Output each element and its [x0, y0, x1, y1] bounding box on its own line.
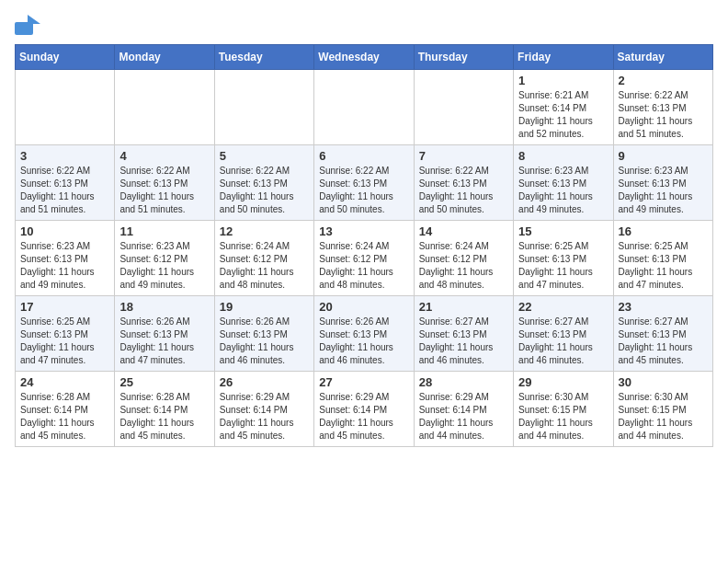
- day-info: Sunrise: 6:30 AM Sunset: 6:15 PM Dayligh…: [619, 391, 708, 442]
- day-number: 7: [419, 149, 508, 163]
- day-number: 28: [419, 375, 508, 389]
- day-cell: 20Sunrise: 6:26 AM Sunset: 6:13 PM Dayli…: [314, 296, 414, 372]
- col-header-friday: Friday: [514, 45, 613, 70]
- day-info: Sunrise: 6:25 AM Sunset: 6:13 PM Dayligh…: [619, 240, 708, 292]
- day-info: Sunrise: 6:29 AM Sunset: 6:14 PM Dayligh…: [220, 391, 309, 442]
- week-row-4: 17Sunrise: 6:25 AM Sunset: 6:13 PM Dayli…: [16, 296, 713, 372]
- day-number: 4: [119, 149, 209, 163]
- day-number: 19: [220, 300, 309, 314]
- week-row-3: 10Sunrise: 6:23 AM Sunset: 6:13 PM Dayli…: [16, 221, 713, 296]
- day-number: 26: [220, 375, 309, 389]
- day-cell: 29Sunrise: 6:30 AM Sunset: 6:15 PM Dayli…: [514, 372, 613, 447]
- day-cell: 22Sunrise: 6:27 AM Sunset: 6:13 PM Dayli…: [514, 296, 613, 372]
- day-cell: 15Sunrise: 6:25 AM Sunset: 6:13 PM Dayli…: [514, 221, 613, 296]
- day-number: 29: [518, 375, 608, 389]
- day-cell: 14Sunrise: 6:24 AM Sunset: 6:12 PM Dayli…: [414, 221, 513, 296]
- day-info: Sunrise: 6:29 AM Sunset: 6:14 PM Dayligh…: [319, 391, 408, 442]
- day-info: Sunrise: 6:25 AM Sunset: 6:13 PM Dayligh…: [518, 240, 608, 292]
- day-cell: 6Sunrise: 6:22 AM Sunset: 6:13 PM Daylig…: [314, 145, 414, 221]
- day-number: 22: [518, 300, 608, 314]
- day-number: 9: [619, 149, 708, 163]
- day-cell: 17Sunrise: 6:25 AM Sunset: 6:13 PM Dayli…: [16, 296, 115, 372]
- week-row-5: 24Sunrise: 6:28 AM Sunset: 6:14 PM Dayli…: [16, 372, 713, 447]
- day-info: Sunrise: 6:29 AM Sunset: 6:14 PM Dayligh…: [419, 391, 508, 442]
- col-header-thursday: Thursday: [414, 45, 513, 70]
- week-row-2: 3Sunrise: 6:22 AM Sunset: 6:13 PM Daylig…: [16, 145, 713, 221]
- col-header-sunday: Sunday: [16, 45, 115, 70]
- day-cell: 16Sunrise: 6:25 AM Sunset: 6:13 PM Dayli…: [613, 221, 712, 296]
- day-info: Sunrise: 6:21 AM Sunset: 6:14 PM Dayligh…: [518, 89, 608, 141]
- day-cell: 25Sunrise: 6:28 AM Sunset: 6:14 PM Dayli…: [115, 372, 214, 447]
- day-info: Sunrise: 6:26 AM Sunset: 6:13 PM Dayligh…: [220, 316, 309, 367]
- logo: [15, 15, 44, 35]
- col-header-monday: Monday: [115, 45, 214, 70]
- day-number: 1: [518, 74, 608, 87]
- day-cell: 5Sunrise: 6:22 AM Sunset: 6:13 PM Daylig…: [214, 145, 313, 221]
- day-number: 13: [319, 224, 408, 238]
- day-number: 11: [119, 224, 209, 238]
- day-info: Sunrise: 6:23 AM Sunset: 6:13 PM Dayligh…: [20, 240, 109, 292]
- day-info: Sunrise: 6:23 AM Sunset: 6:13 PM Dayligh…: [619, 165, 708, 216]
- day-cell: 2Sunrise: 6:22 AM Sunset: 6:13 PM Daylig…: [613, 70, 712, 145]
- day-cell: [214, 70, 313, 145]
- day-cell: 13Sunrise: 6:24 AM Sunset: 6:12 PM Dayli…: [314, 221, 414, 296]
- day-info: Sunrise: 6:23 AM Sunset: 6:13 PM Dayligh…: [518, 165, 608, 216]
- day-cell: [314, 70, 414, 145]
- day-info: Sunrise: 6:22 AM Sunset: 6:13 PM Dayligh…: [619, 89, 708, 141]
- day-number: 21: [419, 300, 508, 314]
- day-info: Sunrise: 6:27 AM Sunset: 6:13 PM Dayligh…: [419, 316, 508, 367]
- col-header-saturday: Saturday: [613, 45, 712, 70]
- day-cell: 30Sunrise: 6:30 AM Sunset: 6:15 PM Dayli…: [613, 372, 712, 447]
- day-number: 30: [619, 375, 708, 389]
- day-info: Sunrise: 6:22 AM Sunset: 6:13 PM Dayligh…: [20, 165, 109, 216]
- day-cell: 9Sunrise: 6:23 AM Sunset: 6:13 PM Daylig…: [613, 145, 712, 221]
- day-cell: [115, 70, 214, 145]
- day-number: 17: [20, 300, 109, 314]
- day-number: 20: [319, 300, 408, 314]
- calendar-table: SundayMondayTuesdayWednesdayThursdayFrid…: [15, 44, 713, 447]
- day-number: 16: [619, 224, 708, 238]
- day-info: Sunrise: 6:24 AM Sunset: 6:12 PM Dayligh…: [319, 240, 408, 292]
- day-cell: 11Sunrise: 6:23 AM Sunset: 6:12 PM Dayli…: [115, 221, 214, 296]
- day-info: Sunrise: 6:22 AM Sunset: 6:13 PM Dayligh…: [220, 165, 309, 216]
- day-number: 25: [119, 375, 209, 389]
- day-info: Sunrise: 6:26 AM Sunset: 6:13 PM Dayligh…: [319, 316, 408, 367]
- day-number: 5: [220, 149, 309, 163]
- day-number: 18: [119, 300, 209, 314]
- day-cell: 10Sunrise: 6:23 AM Sunset: 6:13 PM Dayli…: [16, 221, 115, 296]
- day-number: 27: [319, 375, 408, 389]
- day-number: 12: [220, 224, 309, 238]
- day-cell: 19Sunrise: 6:26 AM Sunset: 6:13 PM Dayli…: [214, 296, 313, 372]
- day-info: Sunrise: 6:24 AM Sunset: 6:12 PM Dayligh…: [419, 240, 508, 292]
- day-number: 8: [518, 149, 608, 163]
- day-cell: [414, 70, 513, 145]
- svg-rect-0: [15, 22, 33, 35]
- day-number: 15: [518, 224, 608, 238]
- day-number: 2: [619, 74, 708, 87]
- day-cell: 28Sunrise: 6:29 AM Sunset: 6:14 PM Dayli…: [414, 372, 513, 447]
- day-cell: 8Sunrise: 6:23 AM Sunset: 6:13 PM Daylig…: [514, 145, 613, 221]
- day-cell: 12Sunrise: 6:24 AM Sunset: 6:12 PM Dayli…: [214, 221, 313, 296]
- day-cell: 26Sunrise: 6:29 AM Sunset: 6:14 PM Dayli…: [214, 372, 313, 447]
- day-number: 10: [20, 224, 109, 238]
- day-number: 3: [20, 149, 109, 163]
- day-info: Sunrise: 6:25 AM Sunset: 6:13 PM Dayligh…: [20, 316, 109, 367]
- day-info: Sunrise: 6:28 AM Sunset: 6:14 PM Dayligh…: [119, 391, 209, 442]
- day-cell: 24Sunrise: 6:28 AM Sunset: 6:14 PM Dayli…: [16, 372, 115, 447]
- day-info: Sunrise: 6:22 AM Sunset: 6:13 PM Dayligh…: [419, 165, 508, 216]
- col-header-wednesday: Wednesday: [314, 45, 414, 70]
- day-cell: 1Sunrise: 6:21 AM Sunset: 6:14 PM Daylig…: [514, 70, 613, 145]
- week-row-1: 1Sunrise: 6:21 AM Sunset: 6:14 PM Daylig…: [16, 70, 713, 145]
- day-number: 24: [20, 375, 109, 389]
- day-info: Sunrise: 6:22 AM Sunset: 6:13 PM Dayligh…: [319, 165, 408, 216]
- logo-icon: [15, 15, 40, 35]
- day-cell: 21Sunrise: 6:27 AM Sunset: 6:13 PM Dayli…: [414, 296, 513, 372]
- day-number: 6: [319, 149, 408, 163]
- calendar-header-row: SundayMondayTuesdayWednesdayThursdayFrid…: [16, 45, 713, 70]
- day-info: Sunrise: 6:28 AM Sunset: 6:14 PM Dayligh…: [20, 391, 109, 442]
- day-info: Sunrise: 6:30 AM Sunset: 6:15 PM Dayligh…: [518, 391, 608, 442]
- day-info: Sunrise: 6:22 AM Sunset: 6:13 PM Dayligh…: [119, 165, 209, 216]
- svg-marker-1: [28, 15, 40, 24]
- day-cell: 23Sunrise: 6:27 AM Sunset: 6:13 PM Dayli…: [613, 296, 712, 372]
- day-cell: [16, 70, 115, 145]
